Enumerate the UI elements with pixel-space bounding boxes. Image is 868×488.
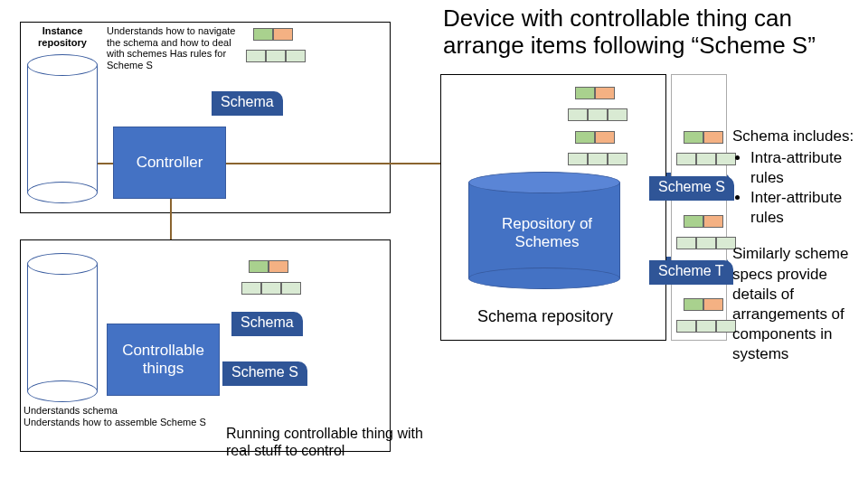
caption-schema-repository: Schema repository [477,307,613,326]
box-controllable-things: Controllable things [107,324,220,396]
caption-running-controllable: Running controllable thing with real stu… [226,425,425,459]
bullet-list: Intra-attribute rules Inter-attribute ru… [732,148,868,228]
label-instance-repository: Instance repository [30,25,95,48]
tab-scheme-s-bottom: Scheme S [222,361,307,386]
mini-boxes-icon [246,50,306,62]
tab-schema-top: Schema [212,91,283,116]
cylinder-bottom [27,253,98,402]
controller-label: Controller [137,154,203,172]
tab-scheme-s: Scheme S [649,176,734,201]
cylinder-instance-repo [27,54,98,203]
mini-boxes-icon [684,215,723,228]
text-schema-includes: Schema includes: Intra-attribute rules I… [732,127,868,364]
para-scheme-specs: Similarly scheme specs provide details o… [732,244,868,364]
tab-scheme-t: Scheme T [649,260,733,285]
mini-boxes-icon [568,108,627,121]
mini-boxes-icon [568,153,627,165]
mini-boxes-icon [684,298,723,311]
box-controller: Controller [113,127,226,199]
connector-line [98,163,113,164]
mini-boxes-icon [253,28,293,41]
note-understands-schema: Understands schema Understands how to as… [24,405,222,427]
note-line1: Understands schema [24,405,222,417]
mini-boxes-icon [676,320,736,333]
bullet-inter: Inter-attribute rules [750,188,868,228]
controllable-things-label: Controllable things [108,342,219,378]
connector-line [226,163,443,164]
mini-boxes-icon [249,260,288,273]
heading-schema-includes: Schema includes: [732,127,868,146]
label-repository-of-schemes: Repository of Schemes [488,215,606,251]
note-line2: Understands how to assemble Scheme S [24,417,222,428]
note-controller-understanding: Understands how to navigate the schema a… [107,25,242,71]
mini-boxes-icon [575,87,615,99]
mini-boxes-icon [241,282,301,295]
mini-boxes-icon [676,153,736,165]
tab-schema-bottom: Schema [231,312,303,336]
mini-boxes-icon [575,131,615,144]
mini-boxes-icon [684,131,723,144]
mini-boxes-icon [676,237,736,249]
bullet-intra: Intra-attribute rules [750,148,868,188]
page-title: Device with controllable thing can arran… [443,5,859,60]
